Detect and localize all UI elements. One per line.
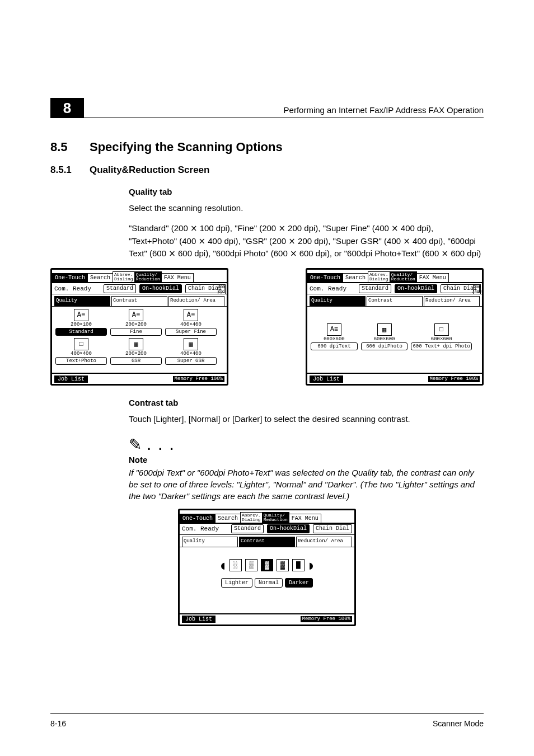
sub-tabs: Quality Contrast Reduction/ Area	[52, 294, 227, 307]
status-mode: Standard	[104, 284, 136, 293]
darker-button[interactable]: Darker	[285, 578, 313, 588]
subtab-reduction[interactable]: Reduction/ Area	[296, 537, 352, 547]
subtab-contrast[interactable]: Contrast	[367, 296, 423, 306]
quality-heading: Quality tab	[129, 187, 484, 196]
note-icon: ✎	[129, 436, 142, 453]
opt-600photo[interactable]: ▦600×600600 dpiPhoto	[361, 323, 408, 350]
note-block: ✎ . . . Note If "600dpi Text" or "600dpi…	[129, 435, 484, 502]
tab-abbrev[interactable]: Abbrev. Dialing	[240, 512, 263, 523]
opt-superfine[interactable]: A≡400×400Super Fine	[165, 309, 217, 336]
memory-indicator: Memory Free 100%	[428, 376, 480, 382]
status-ready: Com. Ready	[54, 285, 91, 292]
lighter-button[interactable]: Lighter	[221, 578, 252, 588]
onhook-button[interactable]: On-hookDial	[395, 284, 437, 293]
contrast-screen: One-Touch Search Abbrev. Dialing Quality…	[178, 509, 356, 626]
contrast-level-3-icon: ▓	[261, 559, 273, 571]
tab-abbrev[interactable]: Abbrev. Dialing	[368, 271, 390, 282]
onhook-button[interactable]: On-hookDial	[139, 284, 182, 293]
joblist-button[interactable]: Job List	[310, 375, 343, 383]
tab-search[interactable]: Search	[87, 273, 113, 282]
scroll-down-button[interactable]: 400 dpi	[218, 284, 226, 294]
subtab-quality[interactable]: Quality	[310, 296, 366, 306]
contrast-arrow-left-icon: ◖	[219, 558, 226, 572]
top-tabs: One-Touch Search Abbrev. Dialing Quality…	[52, 270, 227, 283]
subtab-contrast[interactable]: Contrast	[239, 537, 295, 547]
sub-tabs: Quality Contrast Reduction/ Area	[180, 535, 354, 547]
opt-supergsr[interactable]: ▦400×400Super GSR	[165, 338, 217, 365]
onhook-button[interactable]: On-hookDial	[267, 524, 310, 533]
quality-intro: Select the scanning resolution.	[129, 202, 484, 214]
joblist-button[interactable]: Job List	[182, 616, 216, 623]
options-grid: A≡600×600600 dpiText ▦600×600600 dpiPhot…	[307, 307, 482, 350]
status-mode: Standard	[359, 284, 391, 293]
screen-footer: Job List Memory Free 100%	[180, 613, 354, 624]
opt-fine[interactable]: A≡200×200Fine	[110, 309, 162, 336]
note-title: Note	[129, 455, 484, 464]
status-mode: Standard	[231, 524, 264, 533]
section-number: 8.5	[50, 140, 90, 154]
footer-rule	[50, 713, 484, 714]
top-tabs: One-Touch Search Abbrev. Dialing Quality…	[180, 510, 354, 524]
quality-screens-row: One-Touch Search Abbrev. Dialing Quality…	[50, 268, 484, 386]
textphoto-icon: □	[434, 323, 449, 336]
tab-onetouch[interactable]: One-Touch	[180, 514, 216, 523]
body-column: Quality tab Select the scanning resoluti…	[129, 187, 484, 260]
contrast-level-4-icon: ▓	[277, 559, 289, 571]
memory-indicator: Memory Free 100%	[301, 616, 352, 622]
status-ready: Com. Ready	[310, 285, 346, 292]
quality-screen-page1: One-Touch Search Abbrev. Dialing Quality…	[50, 268, 228, 386]
status-row: Com. Ready Standard On-hookDial Chain Di…	[52, 283, 227, 294]
tab-onetouch[interactable]: One-Touch	[307, 273, 343, 282]
note-dots: . . .	[142, 439, 176, 453]
tab-onetouch[interactable]: One-Touch	[52, 273, 88, 282]
chain-dial-button[interactable]: Chain Dial	[313, 524, 352, 533]
subtab-quality[interactable]: Quality	[54, 296, 110, 306]
normal-button[interactable]: Normal	[255, 578, 283, 588]
subtab-reduction[interactable]: Reduction/ Area	[168, 296, 224, 306]
gsr-icon: ▦	[129, 338, 143, 350]
text-icon: A≡	[74, 309, 88, 321]
tab-faxmenu[interactable]: FAX Menu	[161, 273, 194, 282]
text-icon: A≡	[129, 309, 143, 321]
options-grid: A≡200×100Standard A≡200×200Fine A≡400×40…	[52, 307, 227, 365]
status-ready: Com. Ready	[182, 525, 219, 532]
tab-search[interactable]: Search	[343, 273, 368, 282]
quality-description: "Standard" (200 × 100 dpi), "Fine" (200 …	[129, 222, 484, 260]
section-title: 8.5Specifying the Scanning Options	[50, 140, 484, 154]
photo-icon: □	[74, 338, 88, 350]
tab-quality[interactable]: Quality/ Reduction	[390, 271, 417, 282]
tab-faxmenu[interactable]: FAX Menu	[289, 514, 321, 523]
status-row: Com. Ready Standard On-hookDial Chain Di…	[180, 524, 354, 535]
subsection-number: 8.5.1	[50, 165, 90, 176]
subtab-reduction[interactable]: Reduction/ Area	[424, 296, 480, 306]
header-rule	[50, 118, 484, 118]
text-icon: A≡	[184, 309, 198, 321]
joblist-button[interactable]: Job List	[54, 375, 88, 383]
contrast-level-5-icon: █	[292, 559, 305, 571]
contrast-level-1-icon: ░	[229, 559, 242, 571]
subtab-quality[interactable]: Quality	[182, 537, 238, 547]
running-header: Performing an Internet Fax/IP Address FA…	[284, 105, 484, 115]
opt-600textphoto[interactable]: □600×600600 Text+ dpi Photo	[411, 323, 472, 350]
tab-faxmenu[interactable]: FAX Menu	[416, 273, 449, 282]
contrast-level-2-icon: ▒	[245, 559, 257, 571]
opt-standard[interactable]: A≡200×100Standard	[55, 309, 107, 336]
opt-600text[interactable]: A≡600×600600 dpiText	[311, 323, 358, 350]
tab-search[interactable]: Search	[215, 514, 241, 523]
screen-footer: Job List Memory Free 100%	[52, 373, 227, 384]
gsr-icon: ▦	[184, 338, 198, 350]
tab-abbrev[interactable]: Abbrev. Dialing	[113, 271, 135, 282]
opt-gsr[interactable]: ▦200×200GSR	[110, 338, 162, 365]
scroll-up-button[interactable]: 200 /400	[473, 284, 481, 294]
tab-quality[interactable]: Quality/ Reduction	[134, 271, 162, 282]
footer-label: Scanner Mode	[433, 719, 484, 728]
subtab-contrast[interactable]: Contrast	[111, 296, 167, 306]
contrast-intro: Touch [Lighter], [Normal] or [Darker] to…	[129, 413, 484, 425]
tab-quality[interactable]: Quality/ Reduction	[262, 512, 289, 523]
page-number: 8-16	[50, 719, 66, 728]
quality-screen-page2: One-Touch Search Abbrev. Dialing Quality…	[306, 268, 484, 386]
subsection-title: 8.5.1Quality&Reduction Screen	[50, 165, 484, 176]
opt-textphoto[interactable]: □400×400Text+Photo	[55, 338, 107, 365]
sub-tabs: Quality Contrast Reduction/ Area	[307, 294, 482, 307]
contrast-heading: Contrast tab	[129, 398, 484, 407]
